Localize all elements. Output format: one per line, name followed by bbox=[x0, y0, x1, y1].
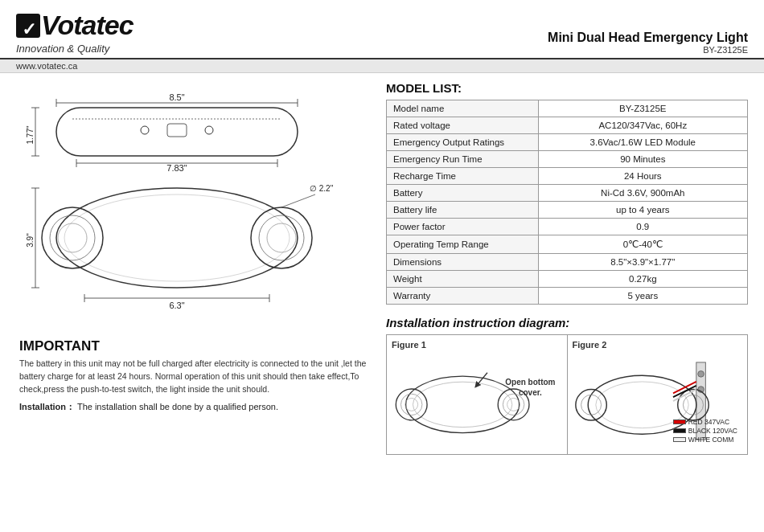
svg-point-18 bbox=[64, 194, 290, 281]
table-row: Rated voltageAC120/347Vac, 60Hz bbox=[387, 117, 748, 134]
figure-1-content: Open bottomcover. bbox=[392, 353, 562, 449]
table-row: Warranty5 years bbox=[387, 288, 748, 305]
wire-legend-item: BLACK 120VAC bbox=[673, 427, 737, 435]
svg-point-36 bbox=[413, 382, 511, 427]
table-row: BatteryNi-Cd 3.6V, 900mAh bbox=[387, 185, 748, 202]
important-body: The battery in this unit may not be full… bbox=[19, 358, 367, 395]
spec-label: Battery life bbox=[387, 202, 539, 219]
table-row: Power factor0.9 bbox=[387, 219, 748, 235]
wire-color-swatch bbox=[673, 428, 686, 433]
spec-label: Model name bbox=[387, 100, 539, 117]
install-figures: Figure 1 bbox=[386, 334, 748, 455]
svg-text:8.5": 8.5" bbox=[169, 92, 184, 102]
logo: ✓ Votatec bbox=[16, 10, 133, 41]
svg-text:1.77": 1.77" bbox=[26, 125, 35, 144]
wire-label: WHITE COMM bbox=[688, 436, 734, 444]
figure-2-box: Figure 2 bbox=[568, 335, 748, 454]
table-row: Emergency Output Ratings3.6Vac/1.6W LED … bbox=[387, 134, 748, 151]
svg-point-35 bbox=[406, 376, 520, 433]
spec-label: Recharge Time bbox=[387, 168, 539, 185]
svg-rect-4 bbox=[56, 108, 298, 156]
svg-text:7.83": 7.83" bbox=[166, 163, 187, 173]
svg-point-49 bbox=[581, 395, 601, 415]
spec-label: Warranty bbox=[387, 288, 539, 305]
spec-value: up to 4 years bbox=[538, 202, 747, 219]
left-column: 8.5" 1.77" bbox=[16, 81, 370, 532]
spec-value: 5 years bbox=[538, 288, 747, 305]
spec-value: AC120/347Vac, 60Hz bbox=[538, 117, 747, 134]
logo-text: Votatec bbox=[41, 10, 133, 40]
wire-legend-item: WHITE COMM bbox=[673, 436, 737, 444]
table-row: Weight0.27kg bbox=[387, 271, 748, 288]
spec-table: Model nameBY-Z3125ERated voltageAC120/34… bbox=[386, 100, 748, 305]
svg-point-7 bbox=[205, 126, 213, 134]
table-row: Dimensions8.5"×3.9"×1.77" bbox=[387, 254, 748, 271]
spec-label: Battery bbox=[387, 185, 539, 202]
page: ✓ Votatec Innovation & Quality Mini Dual… bbox=[0, 0, 764, 532]
table-row: Operating Temp Range0℃-40℃ bbox=[387, 235, 748, 254]
header-right: Mini Dual Head Emergency Light BY-Z3125E bbox=[548, 31, 748, 55]
install-title: Installation instruction diagram: bbox=[386, 316, 748, 329]
svg-point-6 bbox=[141, 126, 149, 134]
table-row: Battery lifeup to 4 years bbox=[387, 202, 748, 219]
spec-label: Weight bbox=[387, 271, 539, 288]
figure-1-box: Figure 1 bbox=[387, 335, 568, 454]
spec-label: Emergency Run Time bbox=[387, 151, 539, 168]
wire-label: BLACK 120VAC bbox=[688, 427, 737, 435]
logo-area: ✓ Votatec Innovation & Quality bbox=[16, 10, 133, 55]
spec-label: Power factor bbox=[387, 219, 539, 235]
wire-color-swatch bbox=[673, 419, 686, 424]
svg-point-17 bbox=[56, 188, 298, 288]
wire-label: RED 347VAC bbox=[688, 418, 729, 426]
svg-text:∅ 2.2": ∅ 2.2" bbox=[310, 184, 334, 193]
wire-legend: RED 347VACBLACK 120VACWHITE COMM bbox=[673, 418, 737, 444]
installation-note-text: The installation shall be done by a qual… bbox=[75, 402, 278, 411]
open-cover-text: Open bottomcover. bbox=[505, 377, 555, 398]
svg-point-19 bbox=[42, 207, 103, 268]
spec-value: Ni-Cd 3.6V, 900mAh bbox=[538, 185, 747, 202]
spec-label: Emergency Output Ratings bbox=[387, 134, 539, 151]
table-row: Model nameBY-Z3125E bbox=[387, 100, 748, 117]
spec-value: 0.9 bbox=[538, 219, 747, 235]
installation-note: Installation： The installation shall be … bbox=[19, 400, 367, 414]
svg-point-22 bbox=[251, 207, 312, 268]
product-title: Mini Dual Head Emergency Light bbox=[548, 31, 748, 45]
figure-1-label: Figure 1 bbox=[392, 340, 562, 350]
svg-rect-8 bbox=[167, 124, 187, 137]
spec-value: 8.5"×3.9"×1.77" bbox=[538, 254, 747, 271]
figure-1-svg bbox=[392, 353, 562, 449]
spec-label: Rated voltage bbox=[387, 117, 539, 134]
product-model: BY-Z3125E bbox=[548, 45, 748, 55]
wire-color-swatch bbox=[673, 437, 686, 442]
svg-point-38 bbox=[400, 394, 421, 415]
technical-diagram: 8.5" 1.77" bbox=[24, 85, 362, 326]
svg-point-42 bbox=[507, 398, 520, 411]
spec-value: 0℃-40℃ bbox=[538, 235, 747, 254]
website-bar: www.votatec.ca bbox=[0, 59, 764, 73]
model-list-title: MODEL LIST: bbox=[386, 81, 748, 95]
tagline: Innovation & Quality bbox=[16, 43, 133, 55]
right-column: MODEL LIST: Model nameBY-Z3125ERated vol… bbox=[386, 81, 748, 532]
svg-line-25 bbox=[281, 194, 315, 207]
svg-point-39 bbox=[405, 398, 418, 411]
svg-text:3.9": 3.9" bbox=[26, 233, 35, 248]
spec-label: Operating Temp Range bbox=[387, 235, 539, 254]
spec-value: 3.6Vac/1.6W LED Module bbox=[538, 134, 747, 151]
spec-value: BY-Z3125E bbox=[538, 100, 747, 117]
important-section: IMPORTANT The battery in this unit may n… bbox=[16, 338, 370, 414]
main-content: 8.5" 1.77" bbox=[0, 73, 764, 532]
table-row: Recharge Time24 Hours bbox=[387, 168, 748, 185]
diagram-area: 8.5" 1.77" bbox=[16, 81, 370, 330]
spec-value: 24 Hours bbox=[538, 168, 747, 185]
svg-point-21 bbox=[58, 223, 87, 252]
table-row: Emergency Run Time90 Minutes bbox=[387, 151, 748, 168]
spec-value: 0.27kg bbox=[538, 271, 747, 288]
wire-legend-item: RED 347VAC bbox=[673, 418, 737, 426]
spec-value: 90 Minutes bbox=[538, 151, 747, 168]
figure-2-label: Figure 2 bbox=[573, 340, 743, 350]
figure-2-content: RED 347VACBLACK 120VACWHITE COMM bbox=[573, 353, 743, 449]
website: www.votatec.ca bbox=[16, 61, 77, 71]
spec-label: Dimensions bbox=[387, 254, 539, 271]
svg-point-44 bbox=[697, 371, 704, 378]
svg-point-24 bbox=[267, 223, 296, 252]
